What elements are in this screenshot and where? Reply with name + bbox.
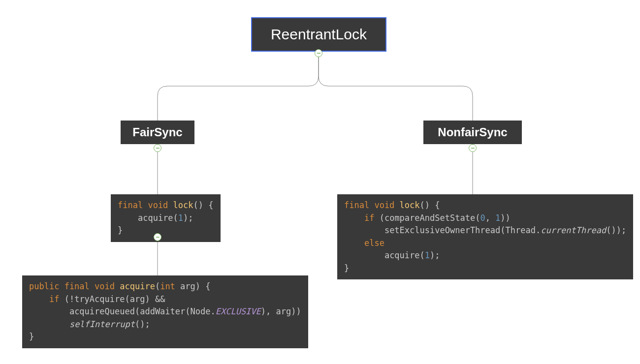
fairsync-acquire-code: public final void acquire(int arg) { if … [22, 275, 308, 348]
collapse-icon[interactable] [469, 144, 477, 152]
root-title: ReentrantLock [271, 26, 367, 42]
collapse-icon[interactable] [154, 233, 161, 241]
nonfairsync-lock-code: final void lock() { if (compareAndSetSta… [337, 194, 633, 279]
collapse-icon[interactable] [315, 49, 322, 57]
fairsync-title: FairSync [132, 125, 182, 139]
fairsync-lock-code: final void lock() { acquire(1); } [111, 194, 221, 242]
fairsync-node: FairSync [121, 121, 194, 144]
collapse-icon[interactable] [154, 144, 161, 152]
nonfairsync-title: NonfairSync [438, 125, 507, 139]
nonfairsync-node: NonfairSync [423, 121, 522, 144]
root-node: ReentrantLock [251, 17, 386, 52]
